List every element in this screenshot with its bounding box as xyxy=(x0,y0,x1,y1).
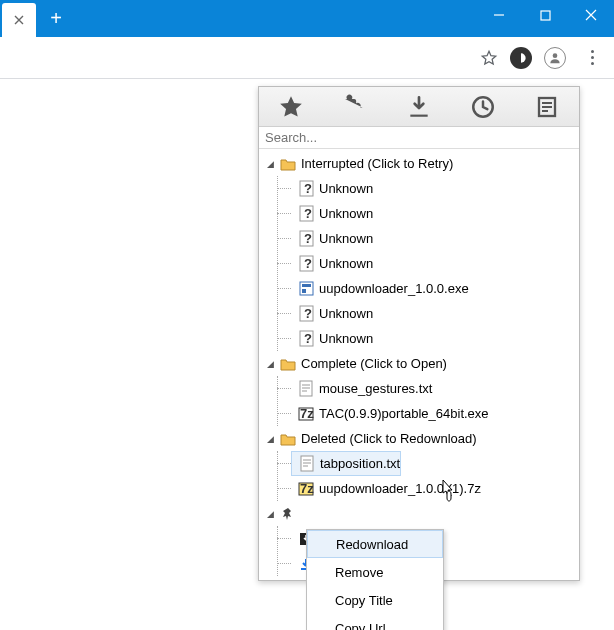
item-label: Unknown xyxy=(319,231,373,246)
expander-icon[interactable]: ◢ xyxy=(263,159,277,169)
folder-icon xyxy=(279,430,297,448)
svg-text:?: ? xyxy=(304,306,312,321)
unknown-file-icon: ? xyxy=(297,305,315,323)
unknown-file-icon: ? xyxy=(297,330,315,348)
svg-rect-15 xyxy=(302,289,306,293)
tree-item[interactable]: mouse_gestures.txt xyxy=(291,376,432,401)
tree-item[interactable]: ?Unknown xyxy=(291,301,373,326)
svg-rect-13 xyxy=(300,282,313,295)
context-menu: Redownload Remove Copy Title Copy Url xyxy=(306,529,444,630)
folder-icon xyxy=(279,355,297,373)
browser-tab[interactable] xyxy=(2,3,36,37)
bookmark-star-icon[interactable] xyxy=(480,49,498,67)
exe-file-icon xyxy=(297,280,315,298)
svg-text:?: ? xyxy=(304,181,312,196)
ctx-copy-title[interactable]: Copy Title xyxy=(307,586,443,614)
minimize-button[interactable] xyxy=(476,0,522,30)
item-label: uupdownloader_1.0.0.exe xyxy=(319,281,469,296)
item-label: uupdownloader_1.0.0 (1).7z xyxy=(319,481,481,496)
item-label: tabposition.txt xyxy=(320,456,400,471)
browser-menu-icon[interactable] xyxy=(578,44,606,72)
item-label: TAC(0.9.9)portable_64bit.exe xyxy=(319,406,489,421)
tree-item[interactable]: 7zuupdownloader_1.0.0 (1).7z xyxy=(291,476,481,501)
toolbar-history-icon[interactable] xyxy=(463,87,503,127)
unknown-file-icon: ? xyxy=(297,180,315,198)
tab-close-icon[interactable] xyxy=(14,15,24,25)
tree-item[interactable]: 7zTAC(0.9.9)portable_64bit.exe xyxy=(291,401,489,426)
txt-file-icon xyxy=(297,380,315,398)
svg-rect-0 xyxy=(541,11,550,20)
item-label: Unknown xyxy=(319,256,373,271)
window-controls xyxy=(476,0,614,37)
tree-item[interactable]: ?Unknown xyxy=(291,326,373,351)
download-tree: ◢ Interrupted (Click to Retry) ?Unknown … xyxy=(259,149,579,580)
tree-item[interactable]: ?Unknown xyxy=(291,201,373,226)
unknown-file-icon: ? xyxy=(297,255,315,273)
txt-file-icon xyxy=(298,455,316,473)
maximize-button[interactable] xyxy=(522,0,568,30)
tree-item[interactable]: ?Unknown xyxy=(291,176,373,201)
svg-text:?: ? xyxy=(304,206,312,221)
window-close-button[interactable] xyxy=(568,0,614,30)
svg-rect-14 xyxy=(302,284,311,287)
search-input[interactable] xyxy=(259,127,579,149)
item-label: Unknown xyxy=(319,181,373,196)
ctx-remove[interactable]: Remove xyxy=(307,558,443,586)
popup-toolbar xyxy=(259,87,579,127)
archive-file-icon: 7z xyxy=(297,405,315,423)
svg-text:7z: 7z xyxy=(300,482,314,496)
ctx-redownload[interactable]: Redownload xyxy=(307,530,443,558)
profile-icon[interactable] xyxy=(544,47,566,69)
svg-text:?: ? xyxy=(304,331,312,346)
expander-icon[interactable]: ◢ xyxy=(263,359,277,369)
svg-text:?: ? xyxy=(304,256,312,271)
browser-toolbar xyxy=(0,37,614,79)
tree-group-complete[interactable]: ◢ Complete (Click to Open) xyxy=(259,351,579,376)
toolbar-star-icon[interactable] xyxy=(271,87,311,127)
tree-item[interactable]: uupdownloader_1.0.0.exe xyxy=(291,276,469,301)
ctx-copy-url[interactable]: Copy Url xyxy=(307,614,443,630)
item-label: Unknown xyxy=(319,331,373,346)
window-titlebar: + xyxy=(0,0,614,37)
toolbar-puzzle-icon[interactable] xyxy=(335,87,375,127)
item-label: mouse_gestures.txt xyxy=(319,381,432,396)
svg-text:7z: 7z xyxy=(300,407,314,421)
tree-item[interactable]: ?Unknown xyxy=(291,226,373,251)
archive-file-icon: 7z xyxy=(297,480,315,498)
toolbar-page-icon[interactable] xyxy=(527,87,567,127)
extension-icon[interactable] xyxy=(510,47,532,69)
group-label: Deleted (Click to Redownload) xyxy=(301,431,477,446)
tree-item[interactable]: ?Unknown xyxy=(291,251,373,276)
tree-item-selected[interactable]: tabposition.txt xyxy=(291,451,401,476)
new-tab-button[interactable]: + xyxy=(42,5,70,33)
unknown-file-icon: ? xyxy=(297,230,315,248)
expander-icon[interactable]: ◢ xyxy=(263,509,277,519)
item-label: Unknown xyxy=(319,306,373,321)
extension-popup: ◢ Interrupted (Click to Retry) ?Unknown … xyxy=(258,86,580,581)
svg-text:?: ? xyxy=(304,231,312,246)
expander-icon[interactable]: ◢ xyxy=(263,434,277,444)
svg-point-2 xyxy=(553,53,558,58)
tree-node-pinned[interactable]: ◢ xyxy=(259,501,579,526)
unknown-file-icon: ? xyxy=(297,205,315,223)
tree-group-interrupted[interactable]: ◢ Interrupted (Click to Retry) xyxy=(259,151,579,176)
group-label: Complete (Click to Open) xyxy=(301,356,447,371)
group-label: Interrupted (Click to Retry) xyxy=(301,156,453,171)
toolbar-download-icon[interactable] xyxy=(399,87,439,127)
folder-icon xyxy=(279,155,297,173)
tab-strip: + xyxy=(0,0,476,37)
item-label: Unknown xyxy=(319,206,373,221)
pin-icon xyxy=(279,505,297,523)
tree-group-deleted[interactable]: ◢ Deleted (Click to Redownload) xyxy=(259,426,579,451)
